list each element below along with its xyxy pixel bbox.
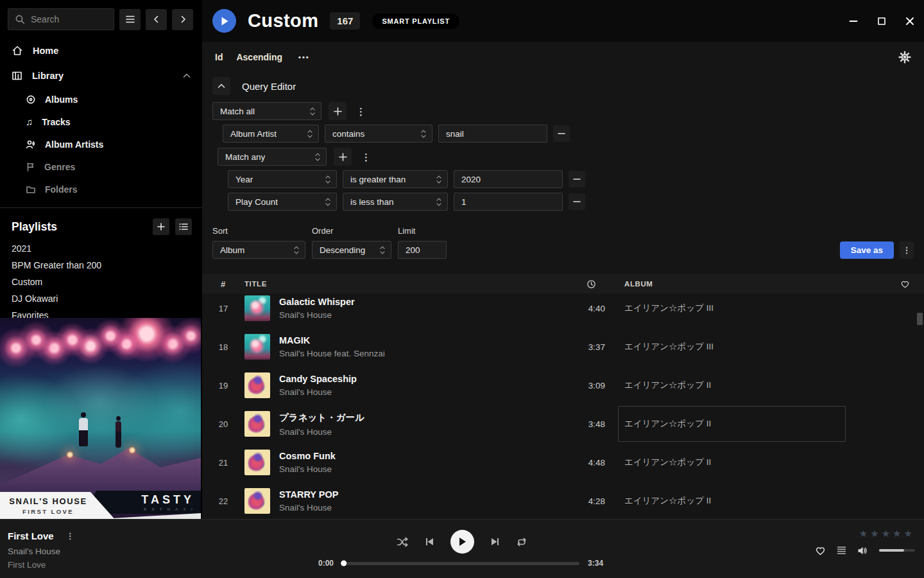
playlist-item[interactable]: BPM Greater than 200 [0,257,202,274]
column-album[interactable]: ALBUM [608,280,886,288]
maximize-button[interactable] [877,16,887,26]
rule-value-input[interactable] [438,125,547,143]
rule-value-input[interactable] [454,170,563,188]
nav-forward-button[interactable] [172,9,193,30]
scrollbar-thumb[interactable] [917,313,923,325]
match-mode-select[interactable]: Match all [212,102,321,120]
add-rule-button[interactable] [329,102,346,120]
track-album[interactable]: エイリアン☆ポップ III [608,328,886,366]
sidebar-item-library[interactable]: Library [0,63,202,88]
track-album[interactable]: エイリアン☆ポップ II [608,482,886,519]
album-cell-highlight [618,406,846,442]
add-rule-button[interactable] [334,148,352,166]
column-favorite[interactable] [886,279,924,288]
add-playlist-button[interactable] [153,218,169,235]
track-album[interactable]: エイリアン☆ポップ II [608,443,886,482]
now-playing-artist: Snail's House [8,547,77,556]
play-playlist-button[interactable] [212,9,236,33]
sidebar-nav: Home Library Albums ♫ Tracks [0,38,202,200]
search-box[interactable] [8,8,114,30]
volume-button[interactable] [857,546,868,556]
rule-operator-select[interactable]: contains [325,125,432,143]
rule-field-select[interactable]: Album Artist [223,125,319,143]
save-as-button[interactable]: Save as [840,241,894,259]
playlist-item[interactable]: 2021 [0,240,202,257]
sidebar-item-folders[interactable]: Folders [0,178,202,200]
column-title[interactable]: TITLE [244,280,574,288]
rule-field-select[interactable]: Play Count [228,193,337,211]
track-album-text: エイリアン☆ポップ III [624,302,714,314]
nav-back-button[interactable] [146,9,167,30]
previous-track-button[interactable] [425,537,434,547]
sort-direction-button[interactable]: Ascending [236,52,282,62]
remove-rule-button[interactable] [569,171,585,188]
playlist-item[interactable]: Custom [0,274,202,290]
sort-field-button[interactable]: Id [215,52,223,62]
group-menu-button[interactable]: ⋮ [354,107,368,116]
save-menu-button[interactable]: ⋮ [900,241,914,259]
rule-operator-select[interactable]: is greater than [343,170,448,188]
sidebar-item-genres[interactable]: Genres [0,155,202,178]
star-icon[interactable]: ★ [882,528,893,539]
seek-bar[interactable] [342,562,579,565]
star-icon[interactable]: ★ [859,528,870,539]
more-options-button[interactable]: ••• [298,53,310,61]
next-track-button[interactable] [490,537,500,547]
collapse-query-editor-button[interactable] [212,77,230,95]
track-thumbnail [244,450,270,475]
star-icon[interactable]: ★ [904,528,915,539]
group-menu-button[interactable]: ⋮ [359,152,373,162]
menu-button[interactable] [119,9,141,30]
queue-button[interactable] [837,546,846,555]
playlists-header: Playlists [0,208,202,240]
search-input[interactable] [31,14,107,24]
remove-rule-button[interactable] [553,125,570,142]
track-album[interactable]: エイリアン☆ポップ III [608,289,886,328]
track-row[interactable]: 21 Cosmo Funk Snail's House 4:48 エイリアン☆ポ… [202,443,924,482]
repeat-button[interactable] [516,537,527,547]
column-number[interactable]: # [202,279,244,289]
track-number: 18 [202,342,244,352]
track-thumbnail [244,411,270,437]
now-playing-menu-button[interactable]: ⋮ [64,532,77,540]
sort-select[interactable]: Album [212,241,305,259]
match-mode-select[interactable]: Match any [218,148,327,166]
playlist-list-button[interactable] [175,218,192,235]
now-playing-album-art[interactable]: TASTY B S T N A X I SNAIL'S HOUSE FIRST … [0,318,201,519]
track-album[interactable]: エイリアン☆ポップ II [608,366,886,405]
star-icon[interactable]: ★ [893,528,903,539]
column-duration[interactable] [574,279,608,289]
chevron-up-icon[interactable] [183,73,191,78]
close-button[interactable] [905,16,915,26]
rule-value-input[interactable] [454,193,563,211]
track-row[interactable]: 20 プラネット・ガール Snail's House 3:48 エイリアン☆ポッ… [202,405,924,443]
track-album[interactable]: エイリアン☆ポップ II [608,405,886,443]
limit-input[interactable] [398,241,447,259]
track-row[interactable]: 18 MAGIK Snail's House feat. Sennzai 3:3… [202,328,924,366]
rule-operator-select[interactable]: is less than [343,193,448,211]
sidebar-item-tracks[interactable]: ♫ Tracks [0,110,202,133]
play-pause-button[interactable] [450,530,474,554]
sidebar-item-album-artists[interactable]: Album Artists [0,133,202,155]
order-select[interactable]: Descending [312,241,391,259]
gear-icon[interactable] [898,51,911,64]
skip-previous-icon [425,537,434,547]
select-value: Album Artist [230,129,277,139]
seek-bar-handle[interactable] [341,561,346,566]
playlist-item[interactable]: DJ Okawari [0,290,202,307]
star-icon[interactable]: ★ [870,528,881,539]
rating-stars[interactable]: ★★★★★ [859,528,915,539]
track-row[interactable]: 22 STARRY POP Snail's House 4:28 エイリアン☆ポ… [202,482,924,519]
volume-slider[interactable] [879,549,915,552]
minimize-button[interactable] [848,16,859,26]
track-row[interactable]: 19 Candy Spaceship Snail's House 3:09 エイ… [202,366,924,405]
sidebar-item-albums[interactable]: Albums [0,88,202,110]
app-window: Home Library Albums ♫ Tracks [0,0,924,578]
remove-rule-button[interactable] [569,193,585,210]
track-row[interactable]: 17 Galactic Whisper Snail's House 4:40 エ… [202,289,924,328]
sidebar-item-label: Genres [44,162,75,172]
favorite-button[interactable] [815,545,826,556]
shuffle-button[interactable] [397,537,409,547]
sidebar-item-home[interactable]: Home [0,38,202,63]
rule-field-select[interactable]: Year [228,170,337,188]
